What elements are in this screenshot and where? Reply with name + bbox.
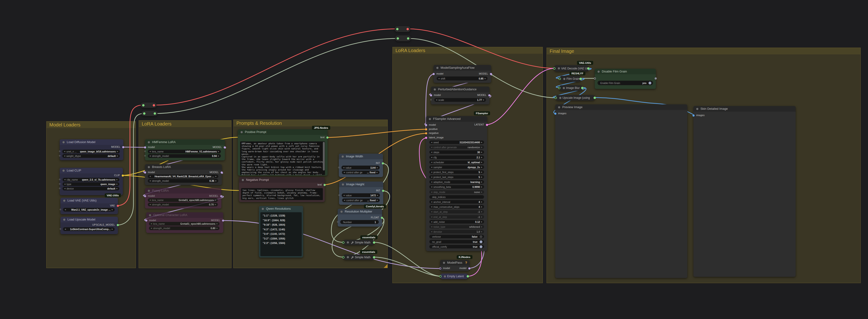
increment-arrow-icon[interactable]: ▶ bbox=[377, 172, 378, 173]
fsampler-advanced-input-latent_image[interactable] bbox=[425, 137, 427, 139]
decrement-arrow-icon[interactable]: ◀ bbox=[431, 176, 432, 178]
qwen-resolutions[interactable]: Qwen Resolutions"1:1": (1328, 1328)"16:9… bbox=[259, 206, 303, 257]
increment-arrow-icon[interactable]: ▶ bbox=[481, 162, 483, 163]
image-width[interactable]: Image WidthINT◀value1144▶◀control after … bbox=[339, 154, 383, 177]
scrollbar-thumb[interactable] bbox=[323, 142, 325, 171]
widget-input-slot[interactable] bbox=[60, 209, 61, 210]
resolution-multiplier-output-FLOAT[interactable] bbox=[381, 217, 383, 219]
modelpass-input-model[interactable] bbox=[439, 268, 441, 270]
breasts-lora-widget-strength_model[interactable]: ◀strength_model0.36▶ bbox=[148, 179, 218, 183]
optional-character-lora-input-model[interactable] bbox=[145, 219, 147, 222]
image-blur-output-dot[interactable] bbox=[581, 87, 584, 89]
increment-arrow-icon[interactable]: ▶ bbox=[481, 171, 483, 173]
image-width-widget-control-after-ge[interactable]: ◀control after ge... fixed▶ bbox=[342, 171, 379, 174]
negative-prompt-text[interactable]: tan lines, tanlines, cinematic, glossy f… bbox=[241, 188, 323, 200]
reroute-output-dot[interactable] bbox=[407, 37, 409, 40]
increment-arrow-icon[interactable]: ▶ bbox=[117, 188, 118, 189]
model-sampling-auraflow-collapse-dot[interactable] bbox=[436, 67, 438, 69]
decrement-arrow-icon[interactable]: ◀ bbox=[431, 156, 432, 158]
vae-decode-collapse-dot[interactable] bbox=[558, 67, 560, 69]
empty-latent[interactable]: Empty Latent bbox=[440, 274, 468, 279]
widget-input-slot[interactable] bbox=[144, 151, 146, 152]
toggle-knob[interactable] bbox=[479, 235, 483, 238]
pussy-lora-input-model[interactable] bbox=[144, 195, 146, 197]
increment-arrow-icon[interactable]: ▶ bbox=[117, 151, 118, 152]
fsampler-advanced-widget-protect_last_steps[interactable]: ◀protect_last_steps5▶ bbox=[429, 175, 484, 179]
load-clip-widget-device[interactable]: ◀devicedefault▶ bbox=[62, 187, 119, 190]
toggle-knob[interactable] bbox=[649, 82, 651, 84]
increment-arrow-icon[interactable]: ▶ bbox=[483, 99, 484, 101]
disable-film-grain-output-dot[interactable] bbox=[655, 77, 657, 79]
load-clip[interactable]: Load CLIPCLIP◀clip_nameqwen_2.5_vl_7b.sa… bbox=[60, 168, 123, 195]
increment-arrow-icon[interactable]: ▶ bbox=[481, 231, 483, 233]
increment-arrow-icon[interactable]: ▶ bbox=[481, 156, 483, 158]
decrement-arrow-icon[interactable]: ◀ bbox=[65, 228, 66, 230]
reroute-node-1[interactable] bbox=[141, 103, 156, 108]
increment-arrow-icon[interactable]: ▶ bbox=[481, 201, 483, 203]
decrement-arrow-icon[interactable]: ◀ bbox=[150, 151, 151, 152]
hmfemme-lora-input-model[interactable] bbox=[144, 146, 146, 148]
decrement-arrow-icon[interactable]: ◀ bbox=[344, 199, 345, 201]
increment-arrow-icon[interactable]: ▶ bbox=[215, 199, 216, 201]
image-blur-collapse-dot[interactable] bbox=[563, 87, 565, 89]
increment-arrow-icon[interactable]: ▶ bbox=[215, 175, 217, 177]
decrement-arrow-icon[interactable]: ◀ bbox=[64, 179, 65, 181]
resolution-multiplier-collapse-dot[interactable] bbox=[340, 211, 343, 213]
disable-film-grain-widget-Enable-Film-Grain[interactable]: Enable Film Grainyes bbox=[597, 81, 653, 85]
fsampler-advanced-widget-smoothing_beta[interactable]: ◀smoothing_beta0.9990▶ bbox=[429, 185, 484, 188]
positive-prompt-text[interactable]: HMFemme, an amateur photo taken from a s… bbox=[240, 141, 325, 175]
increment-arrow-icon[interactable]: ▶ bbox=[377, 194, 378, 196]
increment-arrow-icon[interactable]: ▶ bbox=[117, 155, 118, 157]
breasts-lora-collapse-dot[interactable] bbox=[148, 166, 150, 168]
decrement-arrow-icon[interactable]: ◀ bbox=[431, 181, 432, 183]
image-blur-input-dot[interactable] bbox=[558, 87, 560, 89]
fsampler-advanced-widget-verbose[interactable]: verbosefalse bbox=[429, 235, 484, 238]
load-diffusion-model-output-MODEL[interactable] bbox=[122, 146, 124, 148]
upscale-image-collapse-dot[interactable] bbox=[559, 97, 561, 99]
film-grain-output-dot[interactable] bbox=[580, 78, 582, 80]
decrement-arrow-icon[interactable]: ◀ bbox=[431, 211, 432, 213]
simple-math-1-collapse-dot[interactable] bbox=[347, 241, 349, 244]
empty-latent-output-dot[interactable] bbox=[467, 275, 469, 278]
increment-arrow-icon[interactable]: ▶ bbox=[112, 209, 113, 211]
fsampler-advanced[interactable]: FSampler Advancedmodelpositivenegativela… bbox=[426, 116, 487, 251]
image-height[interactable]: Image HeightINT◀value1472▶◀control after… bbox=[339, 182, 383, 205]
fsampler-advanced-widget-skip_mode[interactable]: ◀skip_modenone▶ bbox=[429, 190, 484, 194]
vae-decode[interactable]: VAE Decode (VAE Util bbox=[554, 65, 589, 72]
optional-character-lora-collapse-dot[interactable] bbox=[149, 214, 151, 216]
load-vae-widget-value[interactable]: ◀Wan2.1_VAE_upscale2x_image ...▶ bbox=[63, 208, 115, 212]
decrement-arrow-icon[interactable]: ◀ bbox=[431, 206, 432, 208]
load-upscale-model-collapse-dot[interactable] bbox=[63, 219, 65, 221]
negative-prompt[interactable]: Negative Prompttexttan lines, tanlines, … bbox=[239, 177, 325, 202]
fsampler-advanced-widget-adaptive_mode[interactable]: ◀adaptive_modelearning▶ bbox=[429, 180, 484, 184]
decrement-arrow-icon[interactable]: ◀ bbox=[343, 194, 344, 196]
fsampler-advanced-widget-protect_first_steps[interactable]: ◀protect_first_steps5▶ bbox=[429, 170, 484, 174]
widget-input-slot[interactable] bbox=[144, 155, 146, 156]
fsampler-advanced-widget-end_at_step[interactable]: ◀end_at_step-1▶ bbox=[429, 215, 484, 219]
simple-math-2-collapse-dot[interactable] bbox=[347, 256, 349, 258]
image-blur[interactable]: Image Blur bbox=[559, 85, 583, 91]
toggle-knob[interactable] bbox=[479, 240, 483, 243]
breasts-lora-widget-value[interactable]: ◀HearmemanAI_V4_Rank128_BreastsLoRA_Epoc… bbox=[148, 175, 218, 178]
model-sampling-auraflow-input-model[interactable] bbox=[433, 73, 435, 75]
reroute-input-dot[interactable] bbox=[396, 28, 399, 30]
fsampler-advanced-output-LATENT[interactable] bbox=[486, 124, 488, 126]
load-clip-widget-clip_name[interactable]: ◀clip_nameqwen_2.5_vl_7b.safetensors▶ bbox=[62, 178, 119, 182]
decrement-arrow-icon[interactable]: ◀ bbox=[64, 155, 65, 157]
empty-latent-input-dot[interactable] bbox=[439, 275, 441, 278]
fsampler-advanced-widget-max_consecutive_skips[interactable]: ◀max_consecutive_skips4▶ bbox=[429, 205, 484, 209]
reroute-output-dot[interactable] bbox=[406, 28, 409, 30]
qwen-resolutions-list[interactable]: "1:1": (1328, 1328)"16:9": (1664, 928)"9… bbox=[260, 212, 302, 256]
optional-character-lora-output-MODEL[interactable] bbox=[222, 219, 224, 222]
hmfemme-lora[interactable]: HMFemme LoRAmodelMODEL◀lora_nameHMFemme_… bbox=[145, 139, 225, 161]
load-diffusion-model-widget-unet_n-[interactable]: ◀unet_n ...qwen_image_bf16.safetensors▶ bbox=[62, 150, 120, 153]
load-vae[interactable]: Load VAE (VAE Utils)VAE◀Wan2.1_VAE_upsca… bbox=[60, 198, 118, 214]
perturbed-attention-guidance-widget-scale[interactable]: ◀scale1.77▶ bbox=[434, 98, 486, 102]
reroute-node-3[interactable] bbox=[395, 26, 410, 32]
decrement-arrow-icon[interactable]: ◀ bbox=[65, 209, 66, 211]
simple-math-2[interactable]: Simple Math bbox=[343, 254, 374, 260]
qwen-resolutions-collapse-dot[interactable] bbox=[262, 208, 264, 210]
model-sampling-auraflow[interactable]: ModelSamplingAuraFlowmodelMODEL◀shift0.8… bbox=[434, 65, 491, 83]
decrement-arrow-icon[interactable]: ◀ bbox=[150, 180, 151, 182]
decrement-arrow-icon[interactable]: ◀ bbox=[431, 186, 432, 188]
